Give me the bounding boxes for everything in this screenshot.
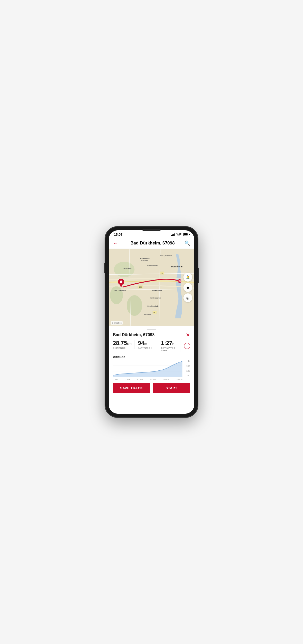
svg-point-2	[127, 295, 142, 316]
svg-text:Bobenheim-: Bobenheim-	[140, 258, 150, 259]
chart-y-axis: M 150 120 90	[183, 360, 190, 377]
distance-label: DISTANCE	[113, 347, 131, 349]
svg-point-29	[120, 281, 122, 283]
x-label-10: 10 KM	[137, 378, 143, 380]
svg-text:Mutterstadt: Mutterstadt	[152, 290, 162, 292]
layers-button[interactable]: ◆	[183, 283, 192, 292]
svg-text:Roxheim: Roxheim	[141, 260, 148, 261]
status-time: 15:07	[114, 233, 122, 236]
nav-title: Bad Dürkheim, 67098	[121, 241, 184, 246]
svg-text:61: 61	[154, 311, 156, 313]
svg-point-27	[179, 281, 180, 282]
y-label-m: M	[183, 360, 190, 362]
close-button[interactable]: ✕	[186, 332, 190, 337]
altitude-chart-label: Altitude	[113, 355, 190, 359]
svg-text:Lampertheim: Lampertheim	[160, 255, 172, 257]
altitude-chart-svg	[113, 360, 182, 377]
svg-text:Limburgerhof: Limburgerhof	[150, 297, 161, 299]
battery-icon	[183, 233, 189, 236]
nav-header: ← Bad Dürkheim, 67098 🔍	[109, 238, 194, 249]
x-label-0: 0 KM	[113, 378, 118, 380]
speaker	[142, 229, 161, 231]
time-value: 1:27h	[161, 340, 178, 346]
x-label-5: 5 KM	[125, 378, 130, 380]
phone-wrapper: 15:07 WiFi	[105, 227, 198, 417]
phone-shell: 15:07 WiFi	[105, 227, 198, 417]
altitude-section: Altitude	[113, 355, 190, 380]
y-label-150: 150	[183, 365, 190, 367]
x-label-15: 15 KM	[150, 378, 156, 380]
time-label: ESTIMATED TIME	[161, 347, 178, 352]
y-label-120: 120	[183, 370, 190, 372]
svg-text:Frankenthal: Frankenthal	[147, 265, 158, 267]
map-svg: Grünstadt Bobenheim- Roxheim Lampertheim…	[109, 249, 194, 326]
back-button[interactable]: ←	[113, 240, 118, 246]
svg-text:Haßloch: Haßloch	[144, 314, 152, 316]
panel-title: Bad Dürkheim, 67098	[113, 333, 155, 337]
y-label-90: 90	[183, 374, 190, 377]
stat-time: 1:27h ESTIMATED TIME	[161, 340, 181, 352]
map-controls: 🚴 ◆ ◎	[183, 273, 192, 302]
panel-header: Bad Dürkheim, 67098 ✕	[113, 332, 190, 337]
svg-text:Bad Dürkheim: Bad Dürkheim	[114, 290, 126, 292]
action-buttons: SAVE TRACK START	[113, 383, 190, 393]
chart-x-axis: 0 KM 5 KM 10 KM 15 KM 20 KM 25 KM	[113, 378, 182, 380]
altitude-label: ALTITUDE ↑	[138, 347, 154, 349]
svg-text:9: 9	[162, 272, 163, 274]
svg-text:Grünstadt: Grünstadt	[123, 267, 132, 269]
x-label-25: 25 KM	[176, 378, 182, 380]
map-container[interactable]: Grünstadt Bobenheim- Roxheim Lampertheim…	[109, 249, 194, 326]
stats-row: 28.75km DISTANCE 94m ALTITUDE ↑	[113, 340, 190, 352]
mapbox-logo: ⊙ mapbox	[111, 321, 123, 325]
svg-text:Schifferstadt: Schifferstadt	[147, 305, 158, 307]
bike-mode-button[interactable]: 🚴	[183, 273, 192, 282]
altitude-value: 94m	[138, 340, 154, 346]
stat-distance: 28.75km DISTANCE	[113, 340, 135, 349]
drag-handle[interactable]	[147, 329, 156, 330]
signal-bars-icon	[171, 233, 175, 236]
chart-container: M 150 120 90 0 KM 5 KM 10 KM 15 KM	[113, 360, 190, 380]
mapbox-text: ⊙ mapbox	[112, 322, 122, 324]
start-button[interactable]: START	[153, 383, 190, 393]
svg-text:650: 650	[139, 286, 142, 288]
status-icons: WiFi	[171, 233, 189, 236]
stat-altitude: 94m ALTITUDE ↑	[138, 340, 158, 349]
info-button[interactable]: i	[184, 343, 190, 349]
svg-text:Mannheim: Mannheim	[171, 265, 183, 268]
save-track-button[interactable]: SAVE TRACK	[113, 383, 150, 393]
search-button[interactable]: 🔍	[184, 240, 190, 246]
bottom-panel: Bad Dürkheim, 67098 ✕ 28.75km DISTANCE	[109, 326, 194, 414]
svg-point-3	[110, 286, 123, 304]
x-label-20: 20 KM	[163, 378, 169, 380]
gps-button[interactable]: ◎	[183, 293, 192, 302]
distance-value: 28.75km	[113, 340, 131, 346]
status-bar: 15:07 WiFi	[109, 230, 194, 238]
wifi-icon: WiFi	[176, 233, 182, 236]
svg-point-1	[114, 262, 134, 277]
phone-screen: 15:07 WiFi	[109, 230, 194, 414]
